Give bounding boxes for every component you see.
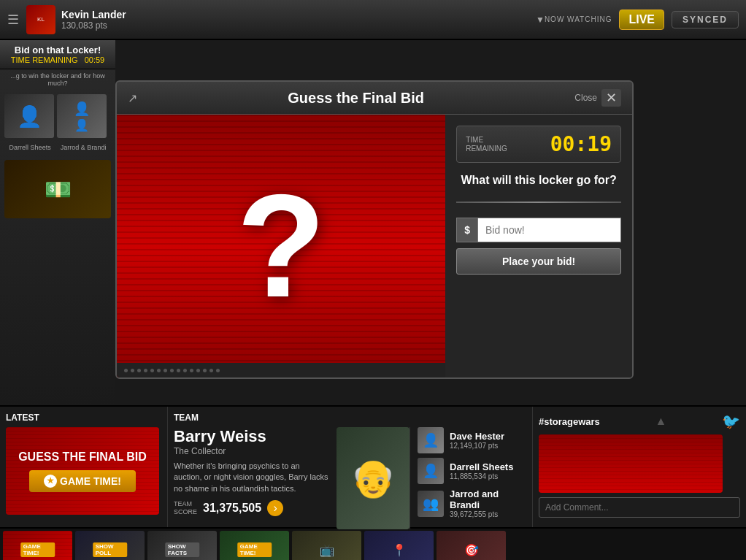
bid-input[interactable] <box>477 218 621 242</box>
sidebar-person-1: 👤 <box>4 94 54 138</box>
comment-input[interactable] <box>539 497 740 518</box>
divider <box>456 202 621 203</box>
bottom-section: Latest GUESS THE FINAL BID ★ GAME TIME! … <box>0 405 746 527</box>
film-icon-6: 📍 <box>392 543 407 557</box>
live-badge: LIVE <box>619 9 664 30</box>
dave-avatar: 👤 <box>418 427 444 453</box>
modal: ↗ Guess the Final Bid Close ✕ ? TIMEREMA… <box>115 80 634 379</box>
sidebar-images: 👤 👤 👤 <box>0 90 115 142</box>
filmstrip-thumb-2[interactable]: 👥 SHOW POLL 📊 <box>75 531 145 560</box>
close-button[interactable]: ✕ <box>601 89 621 107</box>
nav-center: NOW WATCHING LIVE SYNCED <box>545 9 739 30</box>
dave-pts: 12,149,107 pts <box>450 442 504 450</box>
user-avatar: KL <box>26 5 55 34</box>
twitter-arrows: ▲ <box>655 415 666 428</box>
modal-video: ? <box>117 115 445 377</box>
jarrod-avatar: 👥 <box>418 491 444 517</box>
team-name: Barry Weiss <box>174 427 329 446</box>
film-badge-1: GAME TIME! <box>20 542 55 557</box>
user-dropdown-arrow[interactable]: ▼ <box>536 15 545 25</box>
team-members: 👤 Dave Hester 12,149,107 pts 👤 Darrell S… <box>409 427 526 529</box>
jarrod-pts: 39,672,555 pts <box>450 510 499 518</box>
filmstrip-thumb-6[interactable]: 📍 Storage Wars Check-In <box>364 531 434 560</box>
share-icon[interactable]: ↗ <box>128 91 137 105</box>
bottom-team: Team Barry Weiss The Collector Whether i… <box>168 407 533 527</box>
sidebar-names: Darrell Sheets Jarrod & Brandi <box>0 142 115 153</box>
time-remaining-box: TIMEREMAINING 00:19 <box>456 126 621 163</box>
guess-final-bid-text: GUESS THE FINAL BID <box>18 450 147 464</box>
filmstrip-thumb-5[interactable]: 📺 In Case You Missed It <box>292 531 361 560</box>
latest-label: Latest <box>6 413 161 423</box>
now-watching-label: NOW WATCHING <box>545 15 612 23</box>
team-title: The Collector <box>174 446 329 456</box>
team-info: Barry Weiss The Collector Whether it's b… <box>174 427 337 529</box>
film-badge-3: SHOW FACTS <box>165 542 200 557</box>
game-time-label: GAME TIME! <box>60 475 121 487</box>
filmstrip-thumb-3[interactable]: # SHOW FACTS Show Facts <box>147 531 217 560</box>
sidebar-person-2: 👤 👤 <box>57 94 107 138</box>
filmstrip-thumb-1[interactable]: GAME TIME! GUESS THE FINAL BID <box>3 531 72 560</box>
time-value: 00:19 <box>550 132 612 156</box>
game-time-button[interactable]: ★ GAME TIME! <box>29 470 136 492</box>
team-member-dave[interactable]: 👤 Dave Hester 12,149,107 pts <box>418 427 526 453</box>
modal-header: ↗ Guess the Final Bid Close ✕ <box>117 82 632 115</box>
twitter-header: #storagewars ▲ 🐦 <box>539 413 740 430</box>
w-star-icon: ★ <box>44 475 57 488</box>
sidebar-bid-title: Bid on that Locker! <box>7 45 108 55</box>
film-badge-4: GAME TIME! <box>237 542 272 557</box>
bid-question: What will this locker go for? <box>456 174 621 187</box>
sidebar-name-2: Jarrod & Brandi <box>61 144 107 151</box>
sidebar-name-1: Darrell Sheets <box>9 144 51 151</box>
close-text[interactable]: Close <box>574 93 597 103</box>
user-pts: 130,083 pts <box>61 20 530 31</box>
place-bid-button[interactable]: Place your bid! <box>456 248 621 275</box>
jarrod-info: Jarrod andBrandi 39,672,555 pts <box>450 488 499 518</box>
menu-icon[interactable]: ☰ <box>7 12 19 28</box>
video-bottom-bar <box>117 363 445 377</box>
main-area: Bid on that Locker! TIME REMAINING 00:59… <box>0 40 746 405</box>
dave-name: Dave Hester <box>450 431 504 442</box>
team-label: Team <box>174 413 526 423</box>
bid-input-area: $ Place your bid! <box>456 218 621 275</box>
team-content: Barry Weiss The Collector Whether it's b… <box>174 427 526 529</box>
darrell-pts: 11,885,534 pts <box>450 472 513 480</box>
twitter-feed <box>539 434 723 493</box>
film-icon-7: 🎯 <box>464 543 479 557</box>
user-info: Kevin Lander 130,083 pts <box>61 9 530 31</box>
left-sidebar: Bid on that Locker! TIME REMAINING 00:59… <box>0 40 115 405</box>
modal-right-panel: TIMEREMAINING 00:19 What will this locke… <box>445 115 632 377</box>
latest-thumbnail[interactable]: GUESS THE FINAL BID ★ GAME TIME! <box>6 427 159 515</box>
time-remaining-label: TIMEREMAINING <box>466 136 507 153</box>
film-badge-2: SHOW POLL <box>93 542 128 557</box>
film-icon-5: 📺 <box>320 543 334 557</box>
sidebar-bid-box: Bid on that Locker! TIME REMAINING 00:59 <box>0 40 115 69</box>
sidebar-cash: 💵 <box>4 160 111 218</box>
sidebar-time: TIME REMAINING 00:59 <box>7 55 108 64</box>
darrell-avatar: 👤 <box>418 458 444 484</box>
team-score-label: TEAMSCORE <box>174 500 197 516</box>
bottom-latest: Latest GUESS THE FINAL BID ★ GAME TIME! <box>0 407 168 527</box>
dave-info: Dave Hester 12,149,107 pts <box>450 431 504 450</box>
filmstrip: GAME TIME! GUESS THE FINAL BID 👥 SHOW PO… <box>0 527 746 560</box>
team-member-darrell[interactable]: 👤 Darrell Sheets 11,885,534 pts <box>418 458 526 484</box>
filmstrip-thumb-7[interactable]: 🎯 We Want You Official... <box>437 531 506 560</box>
team-score-row: TEAMSCORE 31,375,505 › <box>174 500 329 516</box>
user-name: Kevin Lander <box>61 9 530 20</box>
filmstrip-thumb-4[interactable]: 🏆 GAME TIME! Classic Bids <box>220 531 289 560</box>
team-score-value: 31,375,505 <box>203 502 261 515</box>
bid-input-row: $ <box>456 218 621 242</box>
sidebar-info: ...g to win the locker and for how much? <box>0 69 115 90</box>
twitter-logo: 🐦 <box>722 413 740 430</box>
twitter-up-arrow[interactable]: ▲ <box>655 415 666 428</box>
team-photo: 👴 <box>337 427 409 529</box>
team-member-jarrod[interactable]: 👥 Jarrod andBrandi 39,672,555 pts <box>418 488 526 518</box>
darrell-name: Darrell Sheets <box>450 461 513 472</box>
question-mark: ? <box>237 173 326 319</box>
darrell-info: Darrell Sheets 11,885,534 pts <box>450 461 513 480</box>
synced-badge: SYNCED <box>672 11 739 28</box>
modal-title: Guess the Final Bid <box>137 90 574 107</box>
top-nav: ☰ KL Kevin Lander 130,083 pts ▼ NOW WATC… <box>0 0 746 40</box>
team-score-arrow[interactable]: › <box>267 500 283 516</box>
modal-body: ? TIMEREMAINING 00:19 What will this loc… <box>117 115 632 377</box>
dollar-sign: $ <box>456 218 477 242</box>
